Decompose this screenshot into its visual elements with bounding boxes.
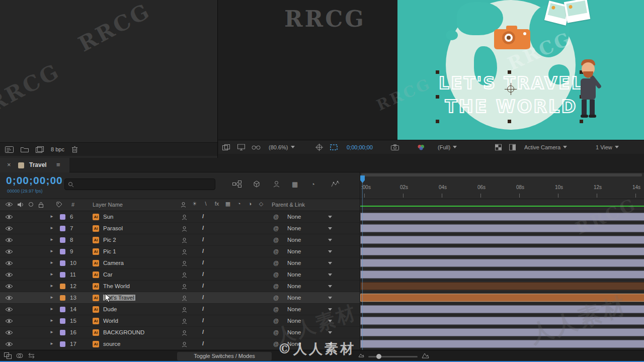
shy-switch-icon[interactable] xyxy=(181,272,188,278)
quality-switch[interactable]: / xyxy=(202,329,204,335)
resolution-dropdown[interactable]: (Full) xyxy=(438,144,457,150)
layer-name[interactable]: Pic 2 xyxy=(103,237,116,243)
layer-duration-bar[interactable] xyxy=(360,247,644,255)
layer-name[interactable]: The World xyxy=(103,283,130,289)
layer-track-row[interactable] xyxy=(360,246,644,257)
layer-row[interactable]: ► 12 Ai The World / @ None xyxy=(0,281,360,292)
expand-arrow-icon[interactable]: ► xyxy=(50,214,54,219)
layer-label-color[interactable] xyxy=(60,318,65,324)
layer-duration-bar[interactable] xyxy=(360,224,644,232)
pickwhip-icon[interactable]: @ xyxy=(273,306,279,312)
visibility-eye-icon[interactable] xyxy=(5,249,13,254)
layer-label-color[interactable] xyxy=(60,249,65,254)
chevron-down-icon[interactable] xyxy=(328,239,332,241)
shy-column-icon[interactable] xyxy=(180,202,187,208)
parent-dropdown-value[interactable]: None xyxy=(287,341,301,347)
time-ruler[interactable]: :00s02s04s06s08s10s12s14s xyxy=(360,177,644,199)
parent-dropdown-value[interactable]: None xyxy=(287,318,301,324)
layer-label-color[interactable] xyxy=(60,307,65,312)
pickwhip-icon[interactable]: @ xyxy=(273,214,279,220)
shy-switch-icon[interactable] xyxy=(181,284,188,290)
chevron-down-icon[interactable] xyxy=(328,331,332,334)
parent-dropdown-value[interactable]: None xyxy=(287,295,301,301)
comp-tab-title[interactable]: Travel xyxy=(29,161,47,168)
expand-arrow-icon[interactable]: ► xyxy=(50,284,54,288)
visibility-eye-icon[interactable] xyxy=(5,307,13,312)
layer-duration-bar[interactable] xyxy=(360,340,644,348)
parent-dropdown-value[interactable]: None xyxy=(287,237,301,243)
pickwhip-icon[interactable]: @ xyxy=(273,295,279,301)
layer-row[interactable]: ► 13 Ai Let's Travel / @ None xyxy=(0,292,360,304)
switch-column-icon[interactable]: ◔ xyxy=(235,201,243,207)
new-composition-icon[interactable] xyxy=(36,146,44,153)
layer-duration-bar[interactable] xyxy=(360,282,644,290)
chevron-down-icon[interactable] xyxy=(328,250,332,253)
pickwhip-icon[interactable]: @ xyxy=(273,248,279,254)
expand-arrow-icon[interactable]: ► xyxy=(50,260,54,265)
quality-switch[interactable]: / xyxy=(202,317,204,323)
snapshot-camera-icon[interactable] xyxy=(391,144,399,150)
search-input[interactable] xyxy=(76,182,202,188)
channel-colors-icon[interactable] xyxy=(417,144,425,150)
layer-duration-bar[interactable] xyxy=(360,305,644,313)
pickwhip-icon[interactable]: @ xyxy=(273,225,279,231)
switch-column-icon[interactable]: ◑ xyxy=(247,201,254,207)
transparency-grid-icon[interactable] xyxy=(495,144,502,150)
layer-track-row[interactable] xyxy=(360,211,644,223)
pickwhip-icon[interactable]: @ xyxy=(273,260,279,266)
visibility-eye-icon[interactable] xyxy=(5,272,13,278)
pickwhip-icon[interactable]: @ xyxy=(273,272,279,278)
pickwhip-icon[interactable]: @ xyxy=(273,341,279,347)
pixel-aspect-icon[interactable] xyxy=(509,144,516,150)
chevron-down-icon[interactable] xyxy=(328,216,332,218)
expand-arrow-icon[interactable]: ► xyxy=(50,295,54,300)
layer-label-color[interactable] xyxy=(60,260,65,266)
timeline-zoom-slider[interactable] xyxy=(368,356,418,357)
layer-track-row[interactable] xyxy=(360,257,644,269)
layer-duration-bar[interactable] xyxy=(360,270,644,279)
layer-duration-bar[interactable] xyxy=(360,294,644,302)
layer-name[interactable]: Car xyxy=(103,272,113,278)
grid-guides-icon[interactable] xyxy=(315,143,323,151)
expand-arrow-icon[interactable]: ► xyxy=(50,307,54,311)
visibility-eye-icon[interactable] xyxy=(5,214,13,220)
shy-switch-icon[interactable] xyxy=(181,249,188,255)
layer-row[interactable]: ► 14 Ai Dude / @ None xyxy=(0,304,360,315)
layer-name[interactable]: Camera xyxy=(103,260,124,266)
switch-column-icon[interactable]: \ xyxy=(202,201,209,207)
quality-switch[interactable]: / xyxy=(202,213,204,219)
quality-switch[interactable]: / xyxy=(202,294,204,300)
layer-name[interactable]: Sun xyxy=(103,214,113,220)
layer-name[interactable]: Pic 1 xyxy=(103,248,116,254)
quality-switch[interactable]: / xyxy=(202,248,204,254)
layer-label-color[interactable] xyxy=(60,237,65,243)
layer-name[interactable]: Parasol xyxy=(103,225,123,231)
new-folder-icon[interactable] xyxy=(21,146,29,152)
chevron-down-icon[interactable] xyxy=(328,285,332,288)
shy-switch-icon[interactable] xyxy=(181,237,188,243)
shy-switch-icon[interactable] xyxy=(181,330,188,336)
magnification-dropdown[interactable]: (80.6%) xyxy=(269,144,295,150)
expand-arrow-icon[interactable]: ► xyxy=(50,341,54,346)
pickwhip-icon[interactable]: @ xyxy=(273,237,279,243)
layer-track-row[interactable] xyxy=(360,304,644,315)
quality-switch[interactable]: / xyxy=(202,340,204,346)
layer-row[interactable]: ► 7 Ai Parasol / @ None xyxy=(0,223,360,234)
label-column-icon[interactable] xyxy=(56,202,62,208)
shy-switch-icon[interactable] xyxy=(181,226,188,232)
solo-column-icon[interactable] xyxy=(28,202,34,207)
layer-row[interactable]: ► 8 Ai Pic 2 / @ None xyxy=(0,234,360,246)
chevron-down-icon[interactable] xyxy=(328,262,332,264)
work-area-bar[interactable] xyxy=(361,173,642,176)
trash-icon[interactable] xyxy=(71,146,78,153)
draft-3d-icon[interactable] xyxy=(253,180,261,188)
layer-search-box[interactable] xyxy=(64,178,215,190)
selection-handle[interactable] xyxy=(436,70,439,74)
layer-name-column-header[interactable]: Layer Name xyxy=(93,202,123,208)
parent-dropdown-value[interactable]: None xyxy=(287,329,301,335)
shy-switch-icon[interactable] xyxy=(181,307,188,313)
layer-track-row[interactable] xyxy=(360,269,644,281)
layer-track-row[interactable] xyxy=(360,223,644,234)
number-column-header[interactable]: # xyxy=(71,202,74,208)
visibility-eye-icon[interactable] xyxy=(5,330,13,335)
